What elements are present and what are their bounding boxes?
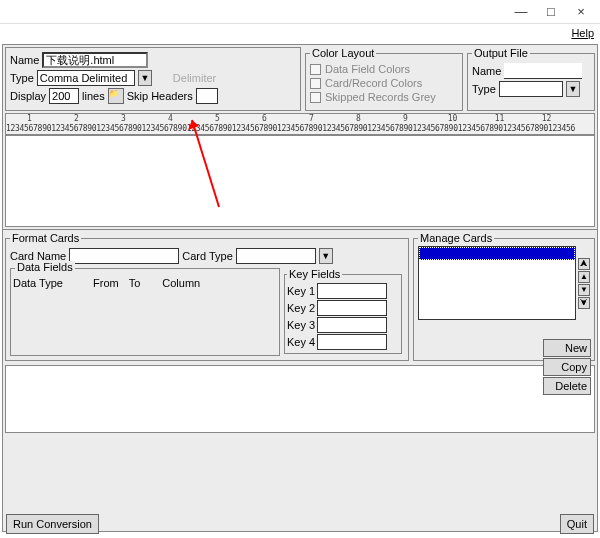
close-button[interactable]: × (566, 4, 596, 19)
ruler-tick: 1 (6, 114, 53, 124)
manage-cards-panel: Manage Cards ⮝ ▲ ▼ ⮟ New Copy Delete (413, 232, 595, 361)
ruler-tick: 4 (147, 114, 194, 124)
format-cards-panel: Format Cards Card Name Card Type ▼ Data … (5, 232, 409, 361)
lines-label: lines (82, 90, 105, 102)
preview-textarea[interactable] (5, 135, 595, 227)
data-field-colors-label: Data Field Colors (325, 63, 410, 75)
ruler-tick: 10 (429, 114, 476, 124)
ruler-tick: 5 (194, 114, 241, 124)
format-cards-legend: Format Cards (10, 232, 81, 244)
column-header: Column (162, 277, 200, 289)
data-field-colors-checkbox[interactable] (310, 64, 321, 75)
output-type-field[interactable] (499, 81, 563, 97)
scroll-top-icon[interactable]: ⮝ (578, 258, 590, 270)
ruler-tick: 7 (288, 114, 335, 124)
output-name-field[interactable] (504, 63, 582, 79)
card-name-field[interactable] (69, 248, 179, 264)
type-label: Type (10, 72, 34, 84)
delete-button[interactable]: Delete (543, 377, 591, 395)
scroll-bottom-icon[interactable]: ⮟ (578, 297, 590, 309)
output-file-panel: Output File Name Type ▼ (467, 47, 595, 111)
new-button[interactable]: New (543, 339, 591, 357)
cards-listbox[interactable] (418, 246, 576, 320)
key2-label: Key 2 (287, 302, 315, 314)
maximize-button[interactable]: □ (536, 4, 566, 19)
key2-field[interactable] (317, 300, 387, 316)
ruler-tick: 9 (382, 114, 429, 124)
scroll-up-icon[interactable]: ▲ (578, 271, 590, 283)
skip-headers-field[interactable] (196, 88, 218, 104)
ruler-tick: 11 (476, 114, 523, 124)
menubar: Help (0, 24, 600, 42)
to-header: To (129, 277, 141, 289)
ruler-tick: 3 (100, 114, 147, 124)
card-type-dropdown-icon[interactable]: ▼ (319, 248, 333, 264)
skip-headers-label: Skip Headers (127, 90, 193, 102)
card-record-colors-label: Card/Record Colors (325, 77, 422, 89)
key4-label: Key 4 (287, 336, 315, 348)
ruler-tick: 12 (523, 114, 570, 124)
cards-list-selection (419, 247, 575, 260)
display-label: Display (10, 90, 46, 102)
log-textarea[interactable] (5, 365, 595, 433)
quit-button[interactable]: Quit (560, 514, 594, 534)
key-fields-panel: Key Fields Key 1 Key 2 Key 3 Key 4 (284, 268, 402, 354)
ruler-tick: 2 (53, 114, 100, 124)
color-layout-legend: Color Layout (310, 47, 376, 59)
copy-button[interactable]: Copy (543, 358, 591, 376)
output-name-label: Name (472, 65, 501, 77)
key1-field[interactable] (317, 283, 387, 299)
key3-field[interactable] (317, 317, 387, 333)
key1-label: Key 1 (287, 285, 315, 297)
help-menu[interactable]: Help (571, 27, 594, 39)
data-fields-legend: Data Fields (15, 261, 75, 273)
run-conversion-button[interactable]: Run Conversion (6, 514, 99, 534)
type-field[interactable] (37, 70, 135, 86)
display-field[interactable] (49, 88, 79, 104)
output-type-dropdown-icon[interactable]: ▼ (566, 81, 580, 97)
key-fields-legend: Key Fields (287, 268, 342, 280)
delimiter-label: Delimiter (173, 72, 216, 84)
skipped-records-grey-checkbox[interactable] (310, 92, 321, 103)
card-type-label: Card Type (182, 250, 233, 262)
browse-icon[interactable]: 📁 (108, 88, 124, 104)
ruler-tick: 6 (241, 114, 288, 124)
type-dropdown-icon[interactable]: ▼ (138, 70, 152, 86)
from-header: From (93, 277, 119, 289)
data-type-header: Data Type (13, 277, 83, 289)
name-label: Name (10, 54, 39, 66)
manage-cards-legend: Manage Cards (418, 232, 494, 244)
output-type-label: Type (472, 83, 496, 95)
key4-field[interactable] (317, 334, 387, 350)
output-file-legend: Output File (472, 47, 530, 59)
source-file-panel: Name Type ▼ Delimiter Display lines 📁 Sk… (5, 47, 301, 111)
scroll-down-icon[interactable]: ▼ (578, 284, 590, 296)
ruler-tick: 8 (335, 114, 382, 124)
skipped-records-grey-label: Skipped Records Grey (325, 91, 436, 103)
card-type-field[interactable] (236, 248, 316, 264)
ruler-digits: 1234567890123456789012345678901234567890… (6, 124, 594, 133)
color-layout-panel: Color Layout Data Field Colors Card/Reco… (305, 47, 463, 111)
minimize-button[interactable]: — (506, 4, 536, 19)
name-field[interactable] (42, 52, 148, 68)
window-titlebar: — □ × (0, 0, 600, 24)
column-ruler: 123456789101112 123456789012345678901234… (5, 113, 595, 135)
main-container: Name Type ▼ Delimiter Display lines 📁 Sk… (2, 44, 598, 532)
card-record-colors-checkbox[interactable] (310, 78, 321, 89)
key3-label: Key 3 (287, 319, 315, 331)
